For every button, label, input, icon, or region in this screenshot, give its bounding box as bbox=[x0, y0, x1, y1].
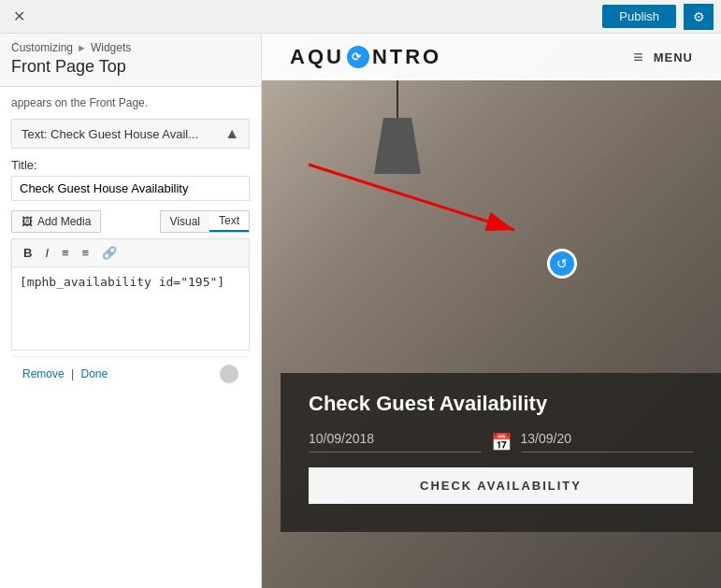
tab-visual[interactable]: Visual bbox=[161, 211, 209, 232]
calendar-icon[interactable]: 📅 bbox=[491, 432, 512, 452]
left-panel: Customizing ► Widgets Front Page Top app… bbox=[0, 34, 262, 588]
panel-header: Customizing ► Widgets Front Page Top bbox=[0, 34, 261, 87]
right-panel: AQU ⟳ NTRO ≡ MENU ↺ Check Guest Availabi… bbox=[262, 34, 721, 588]
widget-header[interactable]: Text: Check Guest House Avail... ▲ bbox=[11, 119, 250, 149]
date-row: 10/09/2018 📅 13/09/20 bbox=[309, 431, 693, 452]
unordered-list-button[interactable]: ≡ bbox=[56, 243, 75, 263]
widget-collapse-button[interactable]: ▲ bbox=[224, 125, 239, 142]
site-nav: ≡ MENU bbox=[633, 48, 693, 67]
editor-toolbar: 🖼 Add Media Visual Text bbox=[11, 210, 250, 233]
top-bar: ✕ Publish ⚙ bbox=[0, 0, 721, 34]
close-button[interactable]: ✕ bbox=[7, 6, 30, 28]
site-logo: AQU ⟳ NTRO bbox=[290, 45, 441, 69]
logo-icon: ⟳ bbox=[347, 46, 369, 68]
page-title: Front Page Top bbox=[11, 57, 250, 77]
format-toolbar: B I ≡ ≡ 🔗 bbox=[11, 238, 250, 266]
start-date[interactable]: 10/09/2018 bbox=[309, 431, 482, 452]
logo-text-2: NTRO bbox=[372, 45, 441, 69]
lamp-shade bbox=[374, 118, 421, 174]
editor-content[interactable]: [mphb_availability id="195"] bbox=[11, 266, 250, 351]
site-header: AQU ⟳ NTRO ≡ MENU bbox=[262, 34, 721, 80]
gear-button[interactable]: ⚙ bbox=[684, 4, 714, 30]
breadcrumb-customizing[interactable]: Customizing bbox=[11, 41, 73, 54]
bold-button[interactable]: B bbox=[18, 243, 37, 263]
breadcrumb: Customizing ► Widgets bbox=[11, 41, 250, 54]
widget-handle[interactable]: ↺ bbox=[547, 249, 577, 279]
availability-widget: Check Guest Availability 10/09/2018 📅 13… bbox=[281, 373, 721, 532]
end-date[interactable]: 13/09/20 bbox=[521, 431, 694, 452]
hamburger-icon[interactable]: ≡ bbox=[633, 48, 644, 67]
tab-text[interactable]: Text bbox=[209, 211, 249, 232]
title-input[interactable] bbox=[11, 176, 250, 201]
widget-heading: Check Guest Availability bbox=[309, 392, 693, 416]
check-availability-button[interactable]: CHECK AVAILABILITY bbox=[309, 467, 693, 504]
footer-separator: | bbox=[71, 367, 74, 380]
remove-link[interactable]: Remove bbox=[22, 367, 65, 380]
title-label: Title: bbox=[11, 158, 250, 172]
panel-body: appears on the Front Page. Text: Check G… bbox=[0, 87, 261, 588]
add-media-button[interactable]: 🖼 Add Media bbox=[11, 210, 101, 233]
link-button[interactable]: 🔗 bbox=[96, 243, 123, 263]
appears-text: appears on the Front Page. bbox=[11, 96, 250, 109]
add-media-label: Add Media bbox=[37, 215, 91, 228]
spinner bbox=[220, 365, 238, 383]
breadcrumb-arrow: ► bbox=[77, 42, 87, 53]
breadcrumb-widgets[interactable]: Widgets bbox=[91, 41, 131, 54]
nav-menu-label: MENU bbox=[654, 50, 693, 65]
footer-links: Remove | Done bbox=[22, 367, 108, 380]
widget-footer: Remove | Done bbox=[11, 356, 250, 391]
main-content: Customizing ► Widgets Front Page Top app… bbox=[0, 34, 721, 588]
title-input-wrapper bbox=[11, 176, 250, 201]
add-media-icon: 🖼 bbox=[22, 215, 33, 228]
italic-button[interactable]: I bbox=[39, 243, 54, 263]
logo-text-1: AQU bbox=[290, 45, 344, 69]
publish-button[interactable]: Publish bbox=[602, 5, 676, 28]
widget-text-label: Text: Check Guest House Avail... bbox=[22, 127, 198, 141]
view-tabs: Visual Text bbox=[160, 210, 250, 233]
done-link[interactable]: Done bbox=[81, 367, 108, 380]
ordered-list-button[interactable]: ≡ bbox=[77, 243, 95, 263]
